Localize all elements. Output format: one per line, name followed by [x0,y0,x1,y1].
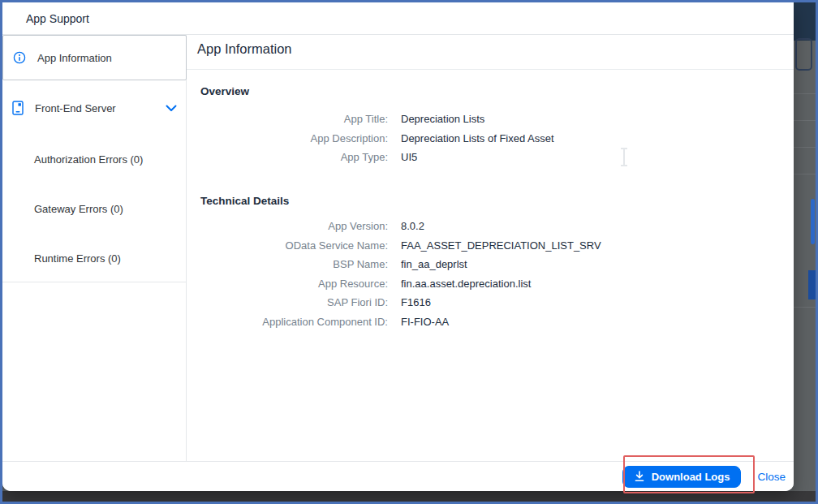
background-shell-header [794,2,816,41]
page-title: App Information [197,41,291,57]
background-row-line [794,307,816,308]
technical-details-fields: App Version: 8.0.2 OData Service Name: F… [187,217,601,331]
field-label: App Version: [187,217,388,236]
background-scrollbar-thumb [811,199,815,244]
field-label: BSP Name: [187,255,388,274]
overview-fields: App Title: Depreciation Lists App Descri… [187,110,554,167]
download-logs-label: Download Logs [652,471,730,483]
dialog-title: App Support [26,12,89,25]
close-button[interactable]: Close [757,471,786,483]
section-title-technical-details: Technical Details [200,195,289,207]
field-label: App Resource: [187,274,388,294]
sidebar-item-label: Gateway Errors (0) [34,203,123,215]
field-value-app-description: Depreciation Lists of Fixed Asset [401,129,554,149]
dialog-body: App Information Front-End Server [2,35,794,461]
background-page-strip [794,2,816,491]
field-value-bsp-name: fin_aa_deprlst [401,255,601,274]
download-logs-button[interactable]: Download Logs [622,466,742,488]
info-icon [13,51,26,64]
heading-divider [187,69,794,70]
background-row-line [794,93,816,94]
chevron-down-icon[interactable] [166,105,177,112]
sidebar-item-label: App Information [37,52,112,64]
sidebar-item-authorization-errors[interactable]: Authorization Errors (0) [2,146,187,172]
field-value-app-resource: fin.aa.asset.depreciation.list [401,274,601,294]
field-label: App Title: [187,110,388,129]
field-label: App Type: [187,148,388,167]
text-cursor-ibeam [619,148,629,170]
field-label: OData Service Name: [187,236,388,256]
background-bottom-bar [2,491,816,502]
sidebar-item-label: Runtime Errors (0) [34,252,121,265]
sidebar-item-runtime-errors[interactable]: Runtime Errors (0) [2,245,187,271]
sidebar-item-app-information[interactable]: App Information [2,35,187,80]
sidebar-item-front-end-server[interactable]: Front-End Server [2,95,187,121]
field-value-odata-service-name: FAA_ASSET_DEPRECIATION_LIST_SRV [401,236,601,256]
sidebar-divider [2,282,187,282]
background-row-line [794,147,816,148]
field-value-app-title: Depreciation Lists [401,110,554,129]
field-value-app-version: 8.0.2 [401,217,601,236]
sidebar: App Information Front-End Server [2,35,187,461]
field-value-application-component-id: FI-FIO-AA [401,312,601,332]
app-information-panel: App Information Overview App Title: Depr… [187,35,794,461]
field-label: SAP Fiori ID: [187,293,388,312]
sidebar-item-gateway-errors[interactable]: Gateway Errors (0) [2,196,187,222]
field-label: Application Component ID: [187,312,388,332]
background-row-line [794,120,816,121]
field-value-sap-fiori-id: F1616 [401,293,601,312]
dialog-footer: Download Logs Close [2,461,794,491]
field-label: App Description: [187,129,388,149]
sidebar-item-label: Front-End Server [35,102,116,114]
background-row-line [794,174,816,174]
screenshot-frame: App Support App Information [0,0,818,504]
field-value-app-type: UI5 [401,148,554,167]
download-icon [634,471,645,482]
dialog-header: App Support [2,2,794,35]
device-server-icon [12,101,24,115]
background-selected-row-edge [808,270,816,299]
app-support-dialog: App Support App Information [2,2,794,491]
section-title-overview: Overview [200,85,249,97]
background-button-outline [795,38,812,71]
sidebar-item-label: Authorization Errors (0) [34,153,143,166]
